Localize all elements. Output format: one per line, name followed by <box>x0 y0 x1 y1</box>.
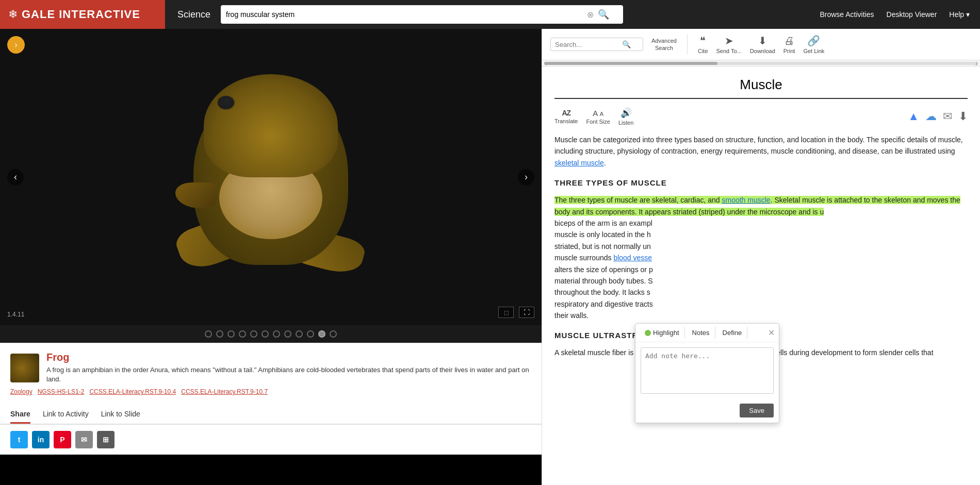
search-clear-icon[interactable]: ⊗ <box>587 10 594 20</box>
slide-dot-12[interactable] <box>330 330 337 338</box>
skeletal-muscle-link[interactable]: skeletal muscle <box>554 159 604 167</box>
tag-ccss-2[interactable]: CCSS.ELA-Literacy.RST.9-10.7 <box>181 388 268 395</box>
tag-ccss-1[interactable]: CCSS.ELA-Literacy.RST.9-10.4 <box>89 388 176 395</box>
tag-zoology[interactable]: Zoology <box>10 388 32 395</box>
download-label: Download <box>750 48 775 54</box>
text-their-walls: their walls. <box>554 311 589 320</box>
save-note-button[interactable]: Save <box>740 404 774 417</box>
share-icons: t in P ✉ ⊞ <box>0 425 542 455</box>
search-bar[interactable]: ⊗ 🔍 <box>221 5 623 24</box>
cite-button[interactable]: ❝ Cite <box>698 35 708 54</box>
popup-footer: Save <box>635 400 779 423</box>
aspect-ratio-button[interactable]: ⬚ <box>498 307 514 318</box>
highlight-popup: Highlight Notes Define ✕ Save <box>635 323 779 423</box>
content-title: Muscle <box>554 77 968 99</box>
cloud-icon[interactable]: ☁ <box>925 110 937 123</box>
highlight-dot-icon <box>645 330 651 336</box>
text-material: material through body tubes. S <box>554 277 653 285</box>
right-search-input[interactable] <box>555 41 622 48</box>
send-to-button[interactable]: ➤ Send To... <box>716 35 742 54</box>
font-size-tool[interactable]: A A Font Size <box>586 109 610 125</box>
nav-toggle-button[interactable]: › <box>7 36 25 54</box>
slide-dot-2[interactable] <box>216 330 223 338</box>
help-link[interactable]: Help ▾ <box>949 10 970 19</box>
tag-ngss[interactable]: NGSS-HS-LS1-2 <box>38 388 85 395</box>
slide-dot-11[interactable] <box>318 330 325 338</box>
share-pinterest[interactable]: P <box>54 431 71 448</box>
note-textarea[interactable] <box>641 347 774 394</box>
animal-name: Frog <box>46 352 531 363</box>
logo-text: GALE INTERACTIVE <box>22 8 140 21</box>
save-icon[interactable]: ⬇ <box>958 110 968 123</box>
highlighted-text: The three types of muscle are skeletal, … <box>554 196 960 215</box>
email-share-icon[interactable]: ✉ <box>943 110 952 123</box>
content-area[interactable]: Muscle AZ Translate A A Font Size 🔊 List… <box>542 66 980 485</box>
slide-dot-8[interactable] <box>284 330 291 338</box>
popup-define-label: Define <box>723 329 742 337</box>
body-text-1: Muscle can be categorized into three typ… <box>554 136 963 155</box>
slide-dot-3[interactable] <box>227 330 235 338</box>
slide-counter: 1.4.11 <box>7 311 24 318</box>
body-text-1b: . <box>604 159 606 167</box>
print-button[interactable]: 🖨 Print <box>783 35 795 54</box>
scrollbar-thumb[interactable] <box>544 62 717 65</box>
advanced-search-button[interactable]: AdvancedSearch <box>651 37 677 52</box>
send-to-icon: ➤ <box>725 35 733 47</box>
popup-define-button[interactable]: Define <box>717 327 748 339</box>
scrollbar-track[interactable] <box>544 62 978 65</box>
popup-delete-label: ✕ <box>768 328 775 337</box>
slide-dot-10[interactable] <box>307 330 314 338</box>
slide-dot-4[interactable] <box>239 330 246 338</box>
send-to-label: Send To... <box>716 48 742 54</box>
viewer-panel: › ‹ › 1.4.11 ⬚ ⛶ <box>0 29 542 485</box>
slide-dot-1[interactable] <box>205 330 212 338</box>
slide-dot-6[interactable] <box>262 330 269 338</box>
translate-tool[interactable]: AZ Translate <box>554 109 578 124</box>
logo-icon: ❄ <box>8 8 18 21</box>
popup-delete-button[interactable]: ✕ <box>768 328 775 338</box>
app-header: ❄ GALE INTERACTIVE Science ⊗ 🔍 Browse Ac… <box>0 0 980 29</box>
animal-tags: Zoology NGSS-HS-LS1-2 CCSS.ELA-Literacy.… <box>10 388 531 395</box>
listen-tool[interactable]: 🔊 Listen <box>618 107 633 126</box>
slide-dot-9[interactable] <box>296 330 303 338</box>
section-1-paragraph: The three types of muscle are skeletal, … <box>554 194 968 321</box>
share-linkedin[interactable]: in <box>32 431 50 448</box>
logo-area: ❄ GALE INTERACTIVE <box>0 0 165 29</box>
prev-slide-button[interactable]: ‹ <box>7 169 24 186</box>
search-input[interactable] <box>226 10 587 19</box>
get-link-icon: 🔗 <box>807 35 820 47</box>
popup-highlight-button[interactable]: Highlight <box>640 327 685 339</box>
expand-button[interactable]: ⛶ <box>519 307 534 318</box>
text-respiratory: respiratory and digestive tracts <box>554 300 653 308</box>
tab-share[interactable]: Share <box>10 410 30 424</box>
tab-link-activity[interactable]: Link to Activity <box>43 410 89 424</box>
slide-dot-5[interactable] <box>250 330 257 338</box>
get-link-button[interactable]: 🔗 Get Link <box>803 35 824 54</box>
slide-dot-7[interactable] <box>273 330 280 338</box>
tab-link-slide[interactable]: Link to Slide <box>101 410 140 424</box>
google-drive-icon[interactable]: ▲ <box>908 110 919 123</box>
smooth-muscle-link[interactable]: smooth muscle <box>722 196 771 204</box>
font-size-icon: A A <box>593 109 603 118</box>
share-twitter[interactable]: t <box>10 431 28 448</box>
search-button[interactable]: 🔍 <box>598 9 609 20</box>
right-search-icon[interactable]: 🔍 <box>622 40 631 48</box>
popup-notes-button[interactable]: Notes <box>687 327 715 339</box>
text-tools: AZ Translate A A Font Size 🔊 Listen <box>554 107 633 126</box>
desktop-viewer-link[interactable]: Desktop Viewer <box>887 10 937 19</box>
next-slide-button[interactable]: › <box>518 169 534 186</box>
share-email[interactable]: ✉ <box>75 431 93 448</box>
viewer-tabs: Share Link to Activity Link to Slide <box>0 404 542 425</box>
scrollbar-container: ‹ › <box>542 60 980 66</box>
text-muscle-located: muscle is only located in the h <box>554 230 651 239</box>
browse-activities-link[interactable]: Browse Activities <box>820 10 874 19</box>
animal-info-text: Frog A frog is an amphibian in the order… <box>46 352 531 384</box>
font-size-label: Font Size <box>586 119 610 125</box>
right-panel: 🔍 AdvancedSearch ❝ Cite ➤ Send To... ⬇ D… <box>542 29 980 485</box>
viewer-info: Frog A frog is an amphibian in the order… <box>0 343 542 404</box>
share-other[interactable]: ⊞ <box>97 431 115 448</box>
header-nav: Browse Activities Desktop Viewer Help ▾ <box>820 10 980 19</box>
download-button[interactable]: ⬇ Download <box>750 35 775 54</box>
blood-vessel-link[interactable]: blood vesse <box>613 254 652 262</box>
right-search-bar[interactable]: 🔍 <box>550 38 643 51</box>
